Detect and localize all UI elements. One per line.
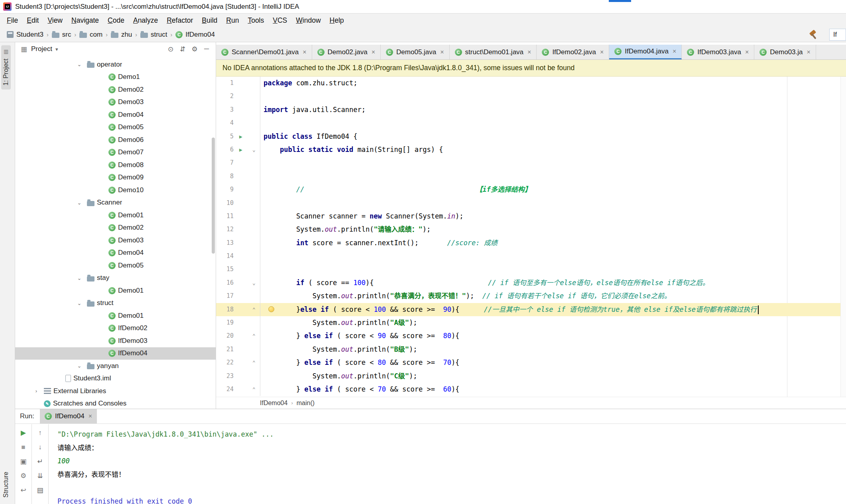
breadcrumb-item-student3[interactable]: Student3 [5, 30, 45, 39]
editor-tab-demo05-java[interactable]: CDemo05.java× [381, 45, 450, 59]
close-icon[interactable]: × [807, 49, 811, 56]
console-output[interactable]: "D:\Program Files\Java\jdk1.8.0_341\bin\… [49, 424, 846, 504]
editor-tab-demo03-ja[interactable]: CDemo03.ja× [754, 45, 816, 59]
code-line-text[interactable]: System.out.println("恭喜满分，表现不错！"); // if … [260, 289, 846, 303]
editor-tab-ifdemo03-java[interactable]: CIfDemo03.java× [682, 45, 754, 59]
fold-icon[interactable]: ⌄ [248, 276, 260, 289]
tree-item-demo01[interactable]: CDemo01 [15, 309, 216, 322]
close-icon[interactable]: × [89, 413, 92, 420]
tree-item-demo01[interactable]: CDemo01 [15, 209, 216, 222]
close-icon[interactable]: × [372, 49, 375, 56]
code-line-text[interactable]: package com.zhu.struct; [260, 77, 846, 90]
close-icon[interactable]: × [745, 49, 749, 56]
locate-button[interactable]: ⊙ [165, 45, 177, 53]
code-line-text[interactable]: } else if ( score < 70 && score >= 60){ [260, 383, 846, 396]
breadcrumb-method[interactable]: main() [297, 400, 315, 407]
fold-icon[interactable]: ⌃ [248, 383, 260, 396]
chevron-down-icon[interactable]: ⌄ [74, 300, 85, 306]
tree-item-demo10[interactable]: CDemo10 [15, 184, 216, 197]
settings-button[interactable]: ⚙ [189, 45, 201, 53]
fold-icon[interactable]: ⌃ [248, 329, 260, 343]
editor-tab-demo02-java[interactable]: CDemo02.java× [312, 45, 381, 59]
code-line-text[interactable]: } else if ( score < 80 && score >= 70){ [260, 356, 846, 369]
code-editor[interactable]: 1package com.zhu.struct;23import java.ut… [216, 77, 846, 397]
menu-analyze[interactable]: Analyze [129, 16, 162, 25]
code-line-text[interactable]: // 【if多选择结构】 [260, 183, 846, 196]
tree-item-struct[interactable]: ⌄struct [15, 297, 216, 310]
next-trace-button[interactable]: ↓ [35, 442, 46, 453]
code-line-text[interactable]: System.out.println("请输入成绩："); [260, 223, 846, 236]
code-line-text[interactable]: public class IfDemo04 { [260, 130, 846, 143]
code-line-text[interactable] [260, 116, 846, 130]
code-line-text[interactable]: System.out.println("A级"); [260, 316, 846, 329]
run-line-icon[interactable]: ▶ [234, 143, 248, 156]
chevron-down-icon[interactable]: ⌄ [74, 363, 85, 369]
editor-tab-ifdemo02-java[interactable]: CIfDemo02.java× [537, 45, 609, 59]
close-icon[interactable]: × [600, 49, 604, 56]
close-icon[interactable]: × [303, 49, 306, 56]
code-line-text[interactable] [260, 90, 846, 103]
breadcrumb-item-com[interactable]: com [77, 30, 104, 39]
code-line-text[interactable]: System.out.println("B级"); [260, 343, 846, 356]
tree-item-ifdemo02[interactable]: CIfDemo02 [15, 322, 216, 335]
menu-code[interactable]: Code [103, 16, 129, 25]
menu-build[interactable]: Build [197, 16, 222, 25]
run-line-icon[interactable]: ▶ [234, 130, 248, 143]
fold-icon[interactable]: ⌃ [248, 356, 260, 369]
hide-button[interactable]: ─ [201, 45, 212, 53]
tree-item-stay[interactable]: ⌄stay [15, 272, 216, 285]
collapse-all-button[interactable]: ⇵ [177, 45, 189, 53]
tool-button-structure[interactable]: Structure [1, 468, 11, 502]
menu-help[interactable]: Help [325, 16, 348, 25]
tree-item-ifdemo04[interactable]: CIfDemo04 [15, 347, 216, 360]
print-button[interactable]: ▤ [35, 485, 46, 496]
tool-button-project[interactable]: 1: Project ▥ [1, 45, 11, 90]
code-line-text[interactable]: if ( score == 100){ // if 语句至多有一个else语句，… [260, 276, 846, 289]
close-icon[interactable]: × [440, 49, 444, 56]
prev-trace-button[interactable]: ↑ [35, 427, 46, 438]
tree-item-external-libraries[interactable]: ›External Libraries [15, 385, 216, 398]
soft-wrap-button[interactable]: ↵ [35, 456, 46, 467]
code-line-text[interactable] [260, 156, 846, 169]
menu-tools[interactable]: Tools [243, 16, 268, 25]
close-icon[interactable]: × [673, 48, 676, 55]
tree-item-demo04[interactable]: CDemo04 [15, 108, 216, 121]
dump-threads-button[interactable]: ▣ [18, 456, 29, 467]
tree-item-ifdemo03[interactable]: CIfDemo03 [15, 335, 216, 347]
chevron-down-icon[interactable]: ⌄ [74, 200, 85, 206]
chevron-right-icon[interactable]: › [31, 388, 41, 394]
tree-item-demo02[interactable]: CDemo02 [15, 222, 216, 234]
fold-icon[interactable]: ⌄ [248, 143, 260, 156]
tree-item-demo04[interactable]: CDemo04 [15, 247, 216, 260]
code-line-text[interactable]: int score = scanner.nextInt(); //score: … [260, 236, 846, 250]
tree-item-demo05[interactable]: CDemo05 [15, 121, 216, 134]
stop-button[interactable]: ■ [18, 442, 29, 453]
tree-item-demo09[interactable]: CDemo09 [15, 171, 216, 184]
views-icon[interactable]: ▦ [20, 45, 28, 53]
code-line-text[interactable] [260, 250, 846, 263]
tree-item-yanyan[interactable]: ⌄yanyan [15, 360, 216, 372]
menu-navigate[interactable]: Navigate [67, 16, 103, 25]
intention-bulb-icon[interactable] [268, 306, 274, 312]
close-icon[interactable]: × [527, 49, 531, 56]
rerun-button[interactable]: ▶ [18, 427, 29, 438]
code-line-text[interactable]: }else if ( score < 100 && score >= 90){ … [260, 303, 846, 316]
chevron-down-icon[interactable]: ⌄ [74, 275, 85, 281]
build-hammer-icon[interactable] [809, 29, 819, 40]
tree-item-scratches-and-consoles[interactable]: ✎Scratches and Consoles [15, 398, 216, 409]
scroll-end-button[interactable]: ⇊ [35, 471, 46, 481]
menu-refactor[interactable]: Refactor [162, 16, 197, 25]
fold-icon[interactable]: ⌃ [248, 303, 260, 316]
menu-window[interactable]: Window [291, 16, 325, 25]
breadcrumb-item-zhu[interactable]: zhu [109, 30, 134, 39]
code-line-text[interactable] [260, 197, 846, 210]
tree-item-scanner[interactable]: ⌄Scanner [15, 197, 216, 209]
menu-view[interactable]: View [43, 16, 67, 25]
code-line-text[interactable]: Scanner scanner = new Scanner(System.in)… [260, 210, 846, 223]
code-line-text[interactable] [260, 170, 846, 183]
code-line-text[interactable] [260, 263, 846, 276]
menu-file[interactable]: File [2, 16, 22, 25]
tree-item-operator[interactable]: ⌄operator [15, 58, 216, 71]
menu-vcs[interactable]: VCS [268, 16, 291, 25]
run-tab-ifdemo04[interactable]: C IfDemo04 × [40, 409, 97, 423]
